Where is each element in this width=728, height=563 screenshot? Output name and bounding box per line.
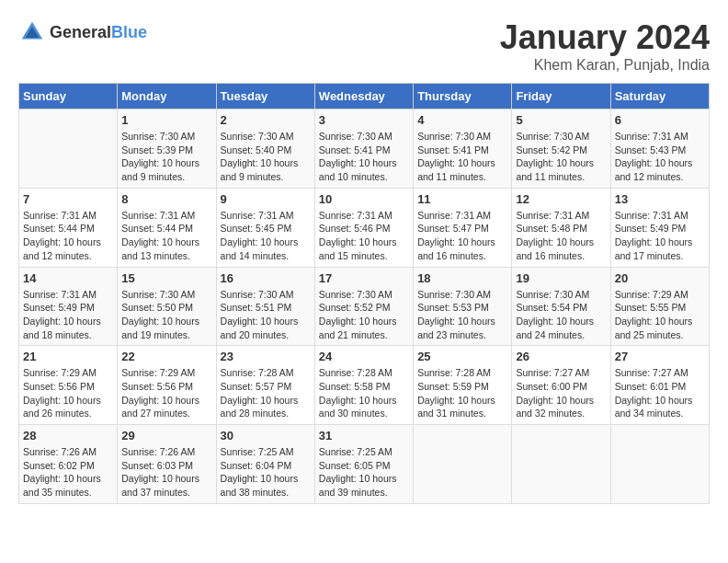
calendar-cell: 19Sunrise: 7:30 AMSunset: 5:54 PMDayligh… xyxy=(512,267,610,346)
day-info: Sunrise: 7:25 AMSunset: 6:05 PMDaylight:… xyxy=(319,445,409,500)
day-info: Sunrise: 7:31 AMSunset: 5:48 PMDaylight:… xyxy=(516,209,606,263)
day-number: 11 xyxy=(417,192,507,206)
calendar-cell: 7Sunrise: 7:31 AMSunset: 5:44 PMDaylight… xyxy=(19,188,118,267)
calendar-cell: 29Sunrise: 7:26 AMSunset: 6:03 PMDayligh… xyxy=(118,425,216,504)
day-info: Sunrise: 7:27 AMSunset: 6:01 PMDaylight:… xyxy=(615,366,705,420)
day-number: 7 xyxy=(23,192,113,206)
logo: GeneralBlue xyxy=(18,18,147,46)
calendar-header-row: SundayMondayTuesdayWednesdayThursdayFrid… xyxy=(19,84,710,109)
location-subtitle: Khem Karan, Punjab, India xyxy=(500,57,710,74)
calendar-cell: 24Sunrise: 7:28 AMSunset: 5:58 PMDayligh… xyxy=(314,346,413,425)
day-info: Sunrise: 7:31 AMSunset: 5:46 PMDaylight:… xyxy=(319,209,409,263)
calendar-cell: 8Sunrise: 7:31 AMSunset: 5:44 PMDaylight… xyxy=(118,188,216,267)
day-number: 23 xyxy=(221,350,311,363)
calendar-cell: 23Sunrise: 7:28 AMSunset: 5:57 PMDayligh… xyxy=(216,346,314,425)
calendar-cell: 4Sunrise: 7:30 AMSunset: 5:41 PMDaylight… xyxy=(414,109,512,189)
day-info: Sunrise: 7:31 AMSunset: 5:49 PMDaylight:… xyxy=(615,209,705,263)
calendar-cell: 9Sunrise: 7:31 AMSunset: 5:45 PMDaylight… xyxy=(216,188,314,267)
calendar-cell: 15Sunrise: 7:30 AMSunset: 5:50 PMDayligh… xyxy=(118,267,216,346)
day-number: 5 xyxy=(516,113,606,127)
calendar-cell: 3Sunrise: 7:30 AMSunset: 5:41 PMDaylight… xyxy=(314,109,413,189)
column-header-thursday: Thursday xyxy=(414,84,512,109)
day-info: Sunrise: 7:28 AMSunset: 5:57 PMDaylight:… xyxy=(221,366,311,420)
day-info: Sunrise: 7:31 AMSunset: 5:44 PMDaylight:… xyxy=(23,209,113,263)
day-info: Sunrise: 7:30 AMSunset: 5:39 PMDaylight:… xyxy=(121,130,211,184)
day-info: Sunrise: 7:30 AMSunset: 5:51 PMDaylight:… xyxy=(221,288,311,342)
calendar-cell: 30Sunrise: 7:25 AMSunset: 6:04 PMDayligh… xyxy=(216,425,314,504)
calendar-week-row: 21Sunrise: 7:29 AMSunset: 5:56 PMDayligh… xyxy=(19,346,710,425)
calendar-cell: 12Sunrise: 7:31 AMSunset: 5:48 PMDayligh… xyxy=(512,188,610,267)
day-number: 4 xyxy=(417,113,507,127)
day-info: Sunrise: 7:30 AMSunset: 5:53 PMDaylight:… xyxy=(417,288,507,342)
calendar-cell xyxy=(19,109,118,189)
day-number: 30 xyxy=(221,429,311,442)
day-number: 27 xyxy=(615,350,705,363)
day-number: 1 xyxy=(121,113,211,127)
day-info: Sunrise: 7:28 AMSunset: 5:58 PMDaylight:… xyxy=(319,366,409,420)
day-info: Sunrise: 7:28 AMSunset: 5:59 PMDaylight:… xyxy=(417,366,507,420)
logo-blue: Blue xyxy=(111,23,147,41)
day-info: Sunrise: 7:31 AMSunset: 5:44 PMDaylight:… xyxy=(121,209,211,263)
day-info: Sunrise: 7:25 AMSunset: 6:04 PMDaylight:… xyxy=(221,445,311,500)
logo-icon xyxy=(18,18,46,46)
column-header-sunday: Sunday xyxy=(19,84,118,109)
day-info: Sunrise: 7:30 AMSunset: 5:41 PMDaylight:… xyxy=(417,130,507,184)
calendar-cell: 10Sunrise: 7:31 AMSunset: 5:46 PMDayligh… xyxy=(314,188,413,267)
calendar-cell: 5Sunrise: 7:30 AMSunset: 5:42 PMDaylight… xyxy=(512,109,610,189)
calendar-cell: 14Sunrise: 7:31 AMSunset: 5:49 PMDayligh… xyxy=(19,267,118,346)
day-number: 26 xyxy=(516,350,606,363)
calendar-cell: 18Sunrise: 7:30 AMSunset: 5:53 PMDayligh… xyxy=(414,267,512,346)
calendar-cell: 2Sunrise: 7:30 AMSunset: 5:40 PMDaylight… xyxy=(216,109,314,189)
day-number: 25 xyxy=(417,350,507,363)
day-number: 17 xyxy=(319,271,409,285)
column-header-wednesday: Wednesday xyxy=(314,84,413,109)
column-header-monday: Monday xyxy=(118,84,216,109)
day-info: Sunrise: 7:31 AMSunset: 5:49 PMDaylight:… xyxy=(23,288,113,342)
day-number: 16 xyxy=(221,271,311,285)
calendar-cell: 22Sunrise: 7:29 AMSunset: 5:56 PMDayligh… xyxy=(118,346,216,425)
day-info: Sunrise: 7:29 AMSunset: 5:56 PMDaylight:… xyxy=(121,366,211,420)
day-number: 22 xyxy=(121,350,211,363)
calendar-cell: 1Sunrise: 7:30 AMSunset: 5:39 PMDaylight… xyxy=(118,109,216,189)
column-header-tuesday: Tuesday xyxy=(216,84,314,109)
calendar-cell xyxy=(512,425,610,504)
day-info: Sunrise: 7:30 AMSunset: 5:42 PMDaylight:… xyxy=(516,130,606,184)
calendar-cell: 21Sunrise: 7:29 AMSunset: 5:56 PMDayligh… xyxy=(19,346,118,425)
day-number: 24 xyxy=(319,350,409,363)
calendar-cell xyxy=(610,425,709,504)
day-number: 6 xyxy=(615,113,705,127)
calendar-week-row: 28Sunrise: 7:26 AMSunset: 6:02 PMDayligh… xyxy=(19,425,710,504)
day-number: 8 xyxy=(121,192,211,206)
calendar-cell: 31Sunrise: 7:25 AMSunset: 6:05 PMDayligh… xyxy=(314,425,413,504)
day-info: Sunrise: 7:30 AMSunset: 5:52 PMDaylight:… xyxy=(319,288,409,342)
calendar-cell xyxy=(414,425,512,504)
calendar-cell: 16Sunrise: 7:30 AMSunset: 5:51 PMDayligh… xyxy=(216,267,314,346)
day-info: Sunrise: 7:27 AMSunset: 6:00 PMDaylight:… xyxy=(516,366,606,420)
day-number: 15 xyxy=(121,271,211,285)
calendar-cell: 27Sunrise: 7:27 AMSunset: 6:01 PMDayligh… xyxy=(610,346,709,425)
day-info: Sunrise: 7:29 AMSunset: 5:55 PMDaylight:… xyxy=(615,288,705,342)
day-info: Sunrise: 7:29 AMSunset: 5:56 PMDaylight:… xyxy=(23,366,113,420)
calendar-week-row: 14Sunrise: 7:31 AMSunset: 5:49 PMDayligh… xyxy=(19,267,710,346)
day-info: Sunrise: 7:31 AMSunset: 5:47 PMDaylight:… xyxy=(417,209,507,263)
calendar-cell: 17Sunrise: 7:30 AMSunset: 5:52 PMDayligh… xyxy=(314,267,413,346)
day-info: Sunrise: 7:31 AMSunset: 5:43 PMDaylight:… xyxy=(615,130,705,184)
day-number: 29 xyxy=(121,429,211,442)
column-header-friday: Friday xyxy=(512,84,610,109)
day-number: 2 xyxy=(221,113,311,127)
day-number: 20 xyxy=(615,271,705,285)
calendar-cell: 20Sunrise: 7:29 AMSunset: 5:55 PMDayligh… xyxy=(610,267,709,346)
day-info: Sunrise: 7:30 AMSunset: 5:54 PMDaylight:… xyxy=(516,288,606,342)
day-info: Sunrise: 7:30 AMSunset: 5:41 PMDaylight:… xyxy=(319,130,409,184)
calendar-cell: 28Sunrise: 7:26 AMSunset: 6:02 PMDayligh… xyxy=(19,425,118,504)
day-number: 13 xyxy=(615,192,705,206)
day-info: Sunrise: 7:30 AMSunset: 5:50 PMDaylight:… xyxy=(121,288,211,342)
calendar-cell: 25Sunrise: 7:28 AMSunset: 5:59 PMDayligh… xyxy=(414,346,512,425)
calendar-cell: 11Sunrise: 7:31 AMSunset: 5:47 PMDayligh… xyxy=(414,188,512,267)
logo-general: General xyxy=(50,23,111,41)
day-number: 31 xyxy=(319,429,409,442)
calendar-cell: 26Sunrise: 7:27 AMSunset: 6:00 PMDayligh… xyxy=(512,346,610,425)
day-number: 14 xyxy=(23,271,113,285)
day-info: Sunrise: 7:26 AMSunset: 6:02 PMDaylight:… xyxy=(23,445,113,500)
day-number: 12 xyxy=(516,192,606,206)
